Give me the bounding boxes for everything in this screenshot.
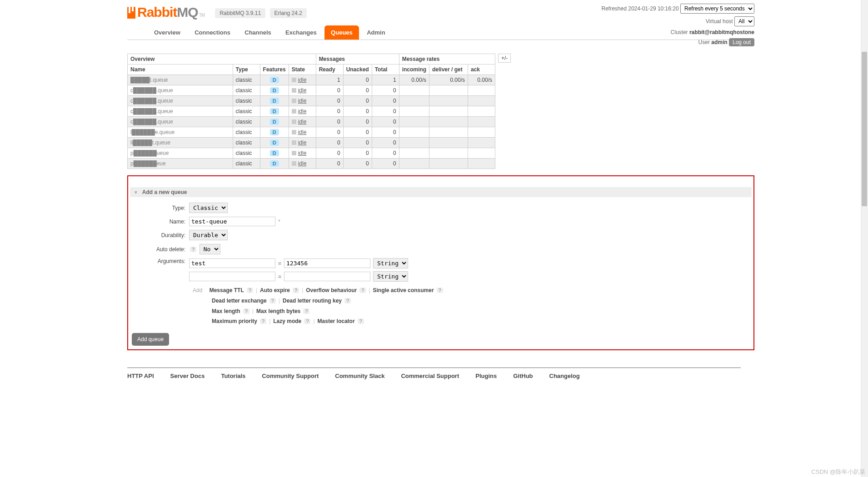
th-incoming[interactable]: incoming [399, 65, 429, 75]
hint-help-icon[interactable]: ? [247, 288, 253, 293]
nav-channels[interactable]: Channels [238, 25, 278, 40]
queue-name-cell[interactable]: c██████.queue [128, 85, 233, 96]
footer-link[interactable]: Changelog [549, 373, 580, 379]
ack-cell [468, 127, 495, 138]
queue-state-cell: idle [289, 127, 316, 138]
th-type[interactable]: Type [233, 65, 260, 75]
unacked-cell: 0 [343, 117, 372, 127]
total-cell: 0 [372, 138, 399, 148]
hint-help-icon[interactable]: ? [358, 318, 364, 324]
queue-feature-cell: D [260, 85, 289, 96]
nav-connections[interactable]: Connections [188, 25, 237, 40]
auto-delete-help-icon[interactable]: ? [190, 247, 196, 252]
th-deliver[interactable]: deliver / get [429, 65, 468, 75]
add-queue-section-header[interactable]: ▼ Add a new queue [130, 187, 752, 197]
hint-help-icon[interactable]: ? [269, 298, 276, 303]
th-ready[interactable]: Ready [316, 65, 343, 75]
durable-badge: D [270, 160, 279, 167]
queue-state-cell: idle [289, 85, 316, 96]
group-overview: Overview [128, 54, 316, 65]
th-unacked[interactable]: Unacked [343, 65, 372, 75]
hint-help-icon[interactable]: ? [303, 308, 309, 314]
refresh-interval-select[interactable]: Refresh every 5 seconds [680, 4, 754, 14]
durability-select[interactable]: Durable [189, 230, 228, 240]
th-total[interactable]: Total [372, 65, 399, 75]
hint-help-icon[interactable]: ? [243, 308, 249, 314]
arg-hint[interactable]: Message TTL [210, 287, 244, 293]
footer-link[interactable]: Community Support [262, 373, 319, 379]
queue-name-cell[interactable]: c██████.queue [128, 106, 233, 117]
ack-cell [468, 117, 495, 127]
vhost-select[interactable]: All [734, 16, 754, 26]
table-row: l██████e.queueclassicDidle000 [128, 127, 495, 138]
arg-hint[interactable]: Dead letter exchange [212, 298, 267, 304]
hint-help-icon[interactable]: ? [359, 288, 366, 293]
incoming-cell [399, 148, 429, 159]
erlang-version-badge: Erlang 24.2 [270, 8, 307, 18]
hint-help-icon[interactable]: ? [437, 288, 443, 293]
nav-overview[interactable]: Overview [148, 25, 187, 40]
th-features[interactable]: Features [260, 65, 289, 75]
state-indicator-icon [292, 99, 296, 103]
deliver-cell [429, 148, 468, 159]
queue-name-cell[interactable]: p██████ueue [128, 148, 233, 159]
unacked-cell: 0 [343, 148, 372, 159]
total-cell: 0 [372, 127, 399, 138]
total-cell: 0 [372, 148, 399, 159]
footer-link[interactable]: Community Slack [335, 373, 384, 379]
arg-type-select[interactable]: String [373, 258, 408, 268]
footer-link[interactable]: HTTP API [127, 373, 154, 379]
ready-cell: 0 [316, 96, 343, 106]
queue-name-cell[interactable]: c██████.queue [128, 96, 233, 106]
arg-hint[interactable]: Single active consumer [373, 287, 434, 293]
queue-name-cell[interactable]: █████t.queue [128, 75, 233, 85]
th-name[interactable]: Name [128, 65, 233, 75]
footer-link[interactable]: Tutorials [221, 373, 245, 379]
arg-hint[interactable]: Dead letter routing key [283, 298, 342, 304]
arg-hint[interactable]: Master locator [318, 318, 355, 324]
nav-admin[interactable]: Admin [360, 25, 391, 40]
queue-name-cell[interactable]: li█████t.queue [128, 138, 233, 148]
arg-value-input[interactable] [284, 258, 370, 268]
arg-value-input[interactable] [284, 272, 370, 281]
hint-help-icon[interactable]: ? [304, 318, 310, 324]
hint-help-icon[interactable]: ? [293, 288, 299, 293]
arg-hint[interactable]: Max length [212, 308, 240, 314]
auto-delete-select[interactable]: No [200, 244, 220, 254]
queue-feature-cell: D [260, 138, 289, 148]
footer-link[interactable]: Commercial Support [401, 373, 459, 379]
table-row: p██████eueclassicDidle000 [128, 159, 495, 169]
footer-link[interactable]: GitHub [513, 373, 533, 379]
arg-type-select[interactable]: String [373, 271, 408, 282]
th-ack[interactable]: ack [468, 65, 495, 75]
nav-exchanges[interactable]: Exchanges [279, 25, 323, 40]
ready-cell: 0 [316, 159, 343, 169]
arg-hint[interactable]: Overflow behaviour [306, 287, 357, 293]
arg-hint[interactable]: Lazy mode [273, 318, 301, 324]
arg-hint[interactable]: Maximum priority [212, 318, 257, 324]
th-state[interactable]: State [289, 65, 316, 75]
queue-type-select[interactable]: Classic [189, 203, 228, 213]
total-cell: 1 [372, 75, 399, 85]
equals-sign: = [278, 273, 281, 280]
queue-name-cell[interactable]: l██████e.queue [128, 127, 233, 138]
queue-name-cell[interactable]: c██████.queue [128, 117, 233, 127]
arg-key-input[interactable] [189, 272, 275, 281]
nav-queues[interactable]: Queues [324, 25, 359, 40]
scrollbar-thumb[interactable] [862, 52, 867, 206]
table-row: c██████.queueclassicDidle000 [128, 117, 495, 127]
hint-help-icon[interactable]: ? [344, 298, 351, 303]
arg-key-input[interactable] [189, 258, 275, 268]
state-indicator-icon [292, 78, 296, 82]
hint-help-icon[interactable]: ? [260, 318, 266, 324]
queue-name-input[interactable] [189, 217, 275, 226]
arg-hint[interactable]: Max length bytes [256, 308, 300, 314]
queue-name-cell[interactable]: p██████eue [128, 159, 233, 169]
scrollbar[interactable] [861, 0, 868, 390]
columns-toggle[interactable]: +/- [498, 54, 511, 63]
arg-hint[interactable]: Auto expire [260, 287, 290, 293]
add-queue-button[interactable]: Add queue [132, 333, 169, 346]
footer-link[interactable]: Plugins [475, 373, 497, 379]
footer-link[interactable]: Server Docs [170, 373, 205, 379]
ready-cell: 1 [316, 75, 343, 85]
